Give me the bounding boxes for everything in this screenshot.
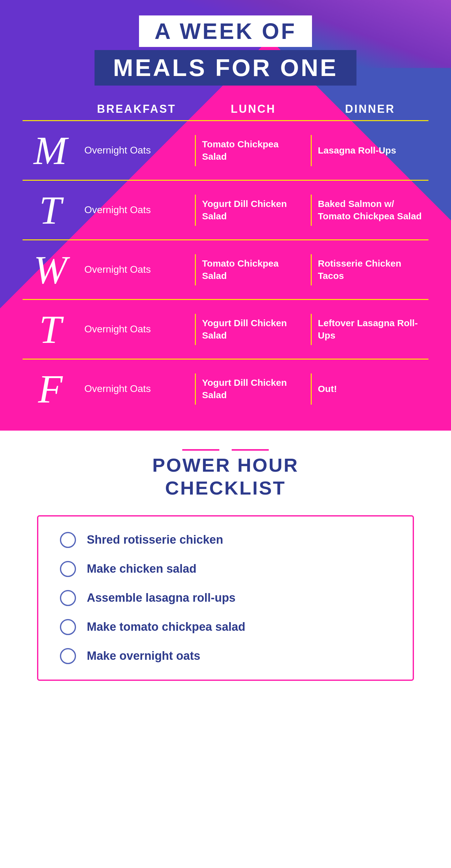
lunch-m: Tomato Chickpea Salad <box>195 135 312 166</box>
lunch-t2: Yogurt Dill Chicken Salad <box>195 314 312 345</box>
checklist-label-3: Assemble lasagna roll-ups <box>87 591 236 604</box>
top-section: A WEEK OF MEALS FOR ONE BREAKFAST LUNCH … <box>0 0 451 431</box>
day-letter-t2: T <box>23 309 78 349</box>
list-item: Shred rotisserie chicken <box>60 532 391 548</box>
check-circle-2[interactable] <box>60 561 76 577</box>
lunch-w: Tomato Chickpea Salad <box>195 254 312 285</box>
checklist-box: Shred rotisserie chicken Make chicken sa… <box>37 515 414 681</box>
title-line1: A WEEK OF <box>139 16 312 47</box>
lunch-f: Yogurt Dill Chicken Salad <box>195 373 312 405</box>
checklist-label-4: Make tomato chickpea salad <box>87 620 245 633</box>
breakfast-m: Overnight Oats <box>78 141 195 160</box>
list-item: Assemble lasagna roll-ups <box>60 590 391 606</box>
title-area: A WEEK OF MEALS FOR ONE <box>0 0 451 98</box>
day-letter-m: M <box>23 130 78 170</box>
col-breakfast-header: BREAKFAST <box>78 98 195 120</box>
breakfast-f: Overnight Oats <box>78 379 195 399</box>
col-lunch-header: LUNCH <box>195 98 312 120</box>
checklist-label-5: Make overnight oats <box>87 649 200 662</box>
table-row: M Overnight Oats Tomato Chickpea Salad L… <box>23 120 428 180</box>
check-circle-1[interactable] <box>60 532 76 548</box>
day-letter-t1: T <box>23 190 78 230</box>
meal-grid: BREAKFAST LUNCH DINNER M Overnight Oats … <box>23 98 428 418</box>
col-dinner-header: DINNER <box>312 98 428 120</box>
dinner-w: Rotisserie Chicken Tacos <box>312 254 428 285</box>
dinner-t2: Leftover Lasagna Roll-Ups <box>312 314 428 345</box>
deco-line-right <box>232 449 269 451</box>
list-item: Make overnight oats <box>60 648 391 664</box>
list-item: Make chicken salad <box>60 561 391 577</box>
table-row: T Overnight Oats Yogurt Dill Chicken Sal… <box>23 180 428 239</box>
title-decoration <box>25 449 426 451</box>
dinner-t1: Baked Salmon w/ Tomato Chickpea Salad <box>312 195 428 226</box>
breakfast-t2: Overnight Oats <box>78 319 195 339</box>
checklist-label-1: Shred rotisserie chicken <box>87 533 223 547</box>
check-circle-3[interactable] <box>60 590 76 606</box>
dinner-m: Lasagna Roll-Ups <box>312 141 428 160</box>
table-row: W Overnight Oats Tomato Chickpea Salad R… <box>23 239 428 299</box>
list-item: Make tomato chickpea salad <box>60 619 391 635</box>
title-line2: MEALS FOR ONE <box>94 50 357 86</box>
checklist-label-2: Make chicken salad <box>87 562 197 576</box>
bottom-section: POWER HOUR CHECKLIST Shred rotisserie ch… <box>0 431 451 706</box>
day-letter-w: W <box>23 250 78 290</box>
dinner-f: Out! <box>312 380 428 399</box>
table-row: T Overnight Oats Yogurt Dill Chicken Sal… <box>23 299 428 359</box>
breakfast-t1: Overnight Oats <box>78 200 195 220</box>
col-day-header <box>23 98 78 120</box>
check-circle-4[interactable] <box>60 619 76 635</box>
checklist-title: POWER HOUR CHECKLIST <box>25 454 426 500</box>
grid-header: BREAKFAST LUNCH DINNER <box>23 98 428 120</box>
breakfast-w: Overnight Oats <box>78 260 195 279</box>
day-letter-f: F <box>23 369 78 409</box>
deco-line-left <box>182 449 219 451</box>
check-circle-5[interactable] <box>60 648 76 664</box>
table-row: F Overnight Oats Yogurt Dill Chicken Sal… <box>23 359 428 418</box>
lunch-t1: Yogurt Dill Chicken Salad <box>195 195 312 226</box>
